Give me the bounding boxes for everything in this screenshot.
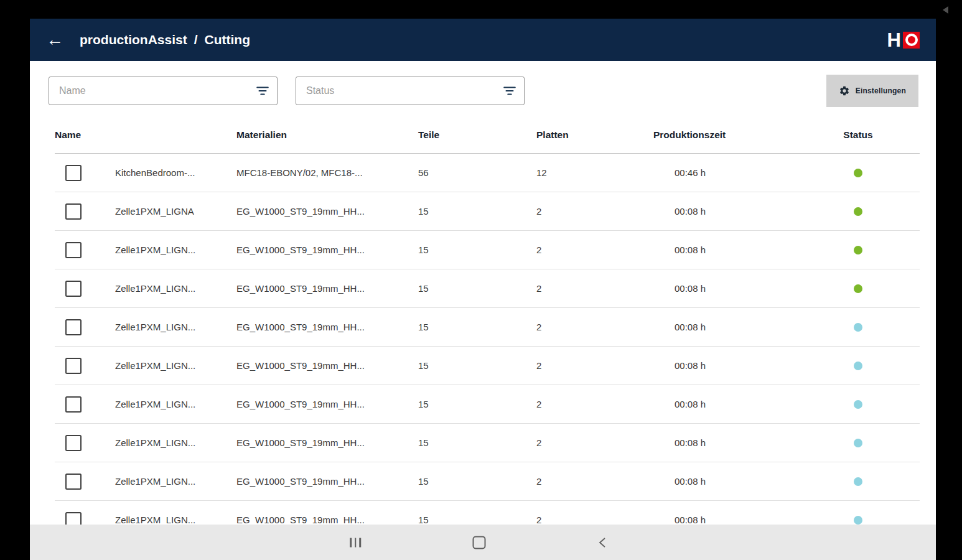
gear-icon — [839, 85, 850, 96]
cell-name: Zelle1PXM_LIGN... — [115, 437, 236, 448]
homag-logo: H — [887, 30, 920, 50]
status-dot — [854, 169, 862, 177]
cell-boards: 2 — [536, 283, 653, 294]
name-filter-input[interactable] — [58, 85, 256, 97]
cell-boards: 2 — [536, 515, 653, 525]
status-filter-field[interactable] — [296, 77, 525, 105]
status-dot — [854, 439, 862, 447]
cell-parts: 15 — [418, 476, 536, 487]
breadcrumb-separator: / — [194, 32, 198, 47]
table-row[interactable]: Zelle1PXM_LIGN... EG_W1000_ST9_19mm_HH..… — [55, 231, 920, 269]
logo-mark-icon — [903, 32, 920, 49]
cell-materials: EG_W1000_ST9_19mm_HH... — [236, 360, 418, 371]
cell-boards: 2 — [536, 245, 653, 255]
table-row[interactable]: KitchenBedroom-... MFC18-EBONY/02, MFC18… — [55, 154, 920, 192]
cell-materials: EG_W1000_ST9_19mm_HH... — [236, 515, 418, 525]
app-bar: ← productionAssist / Cutting H — [30, 19, 936, 61]
row-checkbox[interactable] — [65, 396, 82, 413]
filter-bar: Einstellungen — [30, 61, 936, 117]
col-header-boards: Platten — [536, 129, 653, 141]
back-arrow-icon[interactable]: ← — [46, 31, 63, 49]
home-icon[interactable] — [473, 536, 486, 549]
name-filter-field[interactable] — [49, 77, 278, 105]
cell-production-time: 00:08 h — [653, 360, 796, 371]
cell-name: Zelle1PXM_LIGN... — [115, 245, 236, 255]
row-checkbox[interactable] — [65, 165, 82, 181]
cell-parts: 56 — [418, 167, 536, 178]
table-row[interactable]: Zelle1PXM_LIGN... EG_W1000_ST9_19mm_HH..… — [55, 424, 920, 462]
cell-parts: 15 — [418, 399, 536, 409]
cell-name: Zelle1PXM_LIGN... — [115, 283, 236, 294]
status-dot — [854, 207, 862, 216]
status-filter-input[interactable] — [305, 85, 503, 97]
row-checkbox[interactable] — [65, 358, 82, 374]
cell-name: Zelle1PXM_LIGN... — [115, 360, 236, 371]
table-row[interactable]: Zelle1PXM_LIGN... EG_W1000_ST9_19mm_HH..… — [55, 462, 920, 501]
android-nav-bar — [30, 525, 936, 560]
cell-boards: 2 — [536, 476, 653, 487]
cell-name: Zelle1PXM_LIGNA — [115, 206, 236, 217]
cell-parts: 15 — [418, 322, 536, 332]
cell-boards: 2 — [536, 206, 653, 217]
device-screen: ← productionAssist / Cutting H — [0, 0, 962, 560]
table-row[interactable]: Zelle1PXM_LIGN... EG_W1000_ST9_19mm_HH..… — [55, 269, 920, 308]
cell-materials: EG_W1000_ST9_19mm_HH... — [236, 245, 418, 255]
breadcrumb-page-name: Cutting — [205, 32, 250, 47]
filter-icon[interactable] — [256, 84, 269, 98]
cell-production-time: 00:08 h — [653, 476, 796, 487]
cell-materials: EG_W1000_ST9_19mm_HH... — [236, 476, 418, 487]
cell-boards: 2 — [536, 360, 653, 371]
cell-production-time: 00:08 h — [653, 437, 796, 448]
cell-parts: 15 — [418, 283, 536, 294]
breadcrumb-app-name: productionAssist — [80, 32, 187, 47]
logo-letter: H — [887, 30, 901, 50]
cell-parts: 15 — [418, 515, 536, 525]
filter-icon[interactable] — [503, 84, 516, 98]
frame-arrow-icon — [943, 6, 948, 14]
status-dot — [854, 477, 862, 486]
status-dot — [854, 284, 862, 293]
row-checkbox[interactable] — [65, 319, 82, 335]
row-checkbox[interactable] — [65, 281, 82, 297]
cell-name: Zelle1PXM_LIGN... — [115, 399, 236, 409]
table-row[interactable]: Zelle1PXM_LIGN... EG_W1000_ST9_19mm_HH..… — [55, 385, 920, 424]
cell-boards: 12 — [536, 167, 653, 178]
cell-name: Zelle1PXM_LIGN... — [115, 476, 236, 487]
settings-button[interactable]: Einstellungen — [826, 75, 918, 107]
cell-production-time: 00:08 h — [653, 245, 796, 255]
status-dot — [854, 323, 862, 332]
col-header-parts: Teile — [418, 129, 536, 141]
settings-button-label: Einstellungen — [856, 86, 906, 95]
page-title: productionAssist / Cutting — [80, 32, 250, 47]
table-row[interactable]: Zelle1PXM_LIGN... EG_W1000_ST9_19mm_HH..… — [55, 308, 920, 347]
cell-name: Zelle1PXM_LIGN... — [115, 515, 236, 525]
row-checkbox[interactable] — [65, 242, 82, 258]
cell-production-time: 00:08 h — [653, 283, 796, 294]
cell-parts: 15 — [418, 437, 536, 448]
row-checkbox[interactable] — [65, 474, 82, 490]
status-dot — [854, 362, 862, 370]
row-checkbox[interactable] — [65, 435, 82, 451]
cell-name: KitchenBedroom-... — [115, 167, 236, 178]
cell-production-time: 00:08 h — [653, 515, 796, 525]
cell-materials: EG_W1000_ST9_19mm_HH... — [236, 206, 418, 217]
cell-materials: EG_W1000_ST9_19mm_HH... — [236, 283, 418, 294]
cell-materials: EG_W1000_ST9_19mm_HH... — [236, 437, 418, 448]
status-dot — [854, 246, 862, 254]
table-row[interactable]: Zelle1PXM_LIGNA EG_W1000_ST9_19mm_HH... … — [55, 192, 920, 231]
cell-production-time: 00:08 h — [653, 206, 796, 217]
cell-materials: MFC18-EBONY/02, MFC18-... — [236, 167, 418, 178]
row-checkbox[interactable] — [65, 203, 82, 220]
cell-materials: EG_W1000_ST9_19mm_HH... — [236, 322, 418, 332]
nav-back-icon[interactable] — [597, 536, 608, 549]
col-header-name: Name — [55, 129, 236, 141]
cell-boards: 2 — [536, 437, 653, 448]
table-header-row: Name Materialien Teile Platten Produktio… — [55, 117, 920, 154]
recents-icon[interactable] — [350, 538, 361, 547]
cell-parts: 15 — [418, 206, 536, 217]
table-row[interactable]: Zelle1PXM_LIGN... EG_W1000_ST9_19mm_HH..… — [55, 347, 920, 385]
cell-name: Zelle1PXM_LIGN... — [115, 322, 236, 332]
cell-parts: 15 — [418, 245, 536, 255]
cell-materials: EG_W1000_ST9_19mm_HH... — [236, 399, 418, 409]
cell-production-time: 00:08 h — [653, 322, 796, 332]
